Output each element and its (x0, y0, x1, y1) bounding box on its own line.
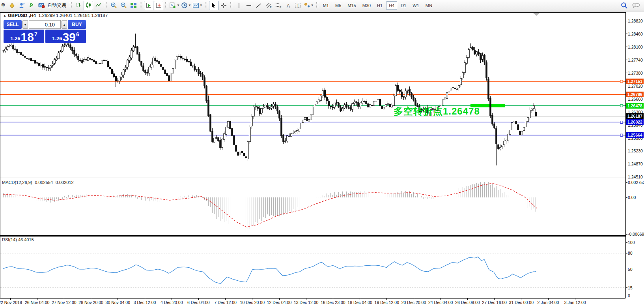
sell-price-pip: 7 (34, 31, 37, 38)
rsi-tick-label: 15 (628, 285, 633, 290)
price-tick-label: 1.28100 (628, 45, 643, 49)
hline-price-badge: 1.25664 (626, 132, 644, 138)
time-tick-label: 28 Nov 20:00 (78, 300, 103, 305)
volume-increase-button[interactable]: ▲ (62, 20, 67, 29)
macd-signal-line (3, 183, 537, 227)
one-click-trading-panel: SELL ▼ 0.10 ▲ BUY 1.26 18 7 1.26 39 6 (3, 20, 86, 43)
time-tick-label: 22 Nov 2018 (0, 300, 22, 305)
time-tick-label: 4 Dec 20:00 (161, 300, 183, 305)
time-tick-label: 20 Dec 20:00 (401, 300, 426, 305)
sell-price-prefix: 1.26 (10, 36, 20, 41)
time-tick-label: 31 Dec 00:00 (509, 300, 534, 305)
rsi-tick-label: 0 (628, 293, 630, 298)
time-tick-label: 2 Jan 04:00 (538, 300, 559, 305)
price-tick-label: 1.24510 (628, 175, 643, 179)
macd-tick-label: 0.00 (628, 195, 636, 200)
time-tick-label: 13 Dec 12:00 (294, 300, 318, 305)
time-tick-label: 7 Dec 12:00 (214, 300, 237, 305)
buy-price-display[interactable]: 1.26 39 6 (45, 30, 86, 43)
mt4-terminal: { "toolbar": { "left_fragment": "单", "au… (0, 0, 644, 306)
volume-decrease-button[interactable]: ▼ (22, 20, 28, 29)
time-tick-label: 10 Dec 20:00 (240, 300, 265, 305)
line-handle[interactable] (620, 80, 623, 83)
hline-price-badge: 1.26478 (626, 103, 644, 109)
price-tick-label: 1.25230 (628, 148, 643, 153)
macd-tick-label: 0.002753 (628, 180, 644, 185)
sell-price-display[interactable]: 1.26 18 7 (4, 30, 44, 43)
line-handle[interactable] (620, 105, 623, 107)
current-price-badge: 1.26187 (626, 113, 644, 119)
collapse-panel-icon[interactable]: ▲ (3, 14, 6, 17)
time-tick-label: 27 Dec 16:00 (482, 300, 506, 305)
time-tick-label: 24 Dec 04:00 (428, 300, 453, 305)
hline-price-badge: 1.27151 (626, 79, 644, 84)
sell-price-main: 18 (21, 32, 34, 43)
buy-button[interactable]: BUY (68, 20, 86, 29)
time-tick-label: 26 Nov 04:00 (25, 300, 49, 305)
time-tick-label: 16 Dec 23:00 (321, 300, 345, 305)
ohlc-values: 1.26299 1.26401 1.26181 1.26187 (38, 13, 108, 18)
macd-histogram (4, 182, 536, 232)
chart-canvas[interactable] (0, 0, 644, 306)
price-tick-label: 1.24870 (628, 161, 643, 166)
price-tick-label: 1.26660 (628, 97, 643, 101)
price-tick-label: 1.27020 (628, 84, 643, 88)
line-handle[interactable] (620, 121, 623, 123)
time-tick-label: 12 Dec 04:00 (267, 300, 291, 305)
volume-input[interactable]: 0.10 (29, 20, 61, 29)
macd-indicator-header: MACD(12,26,9) -0.002554 -0.002012 (2, 180, 74, 185)
time-tick-label: 27 Nov 12:00 (52, 300, 76, 305)
symbol-period: GBPUSD-,H4 (8, 13, 36, 18)
time-tick-label: 3 Jan 12:00 (564, 300, 586, 305)
price-tick-label: 1.27380 (628, 71, 643, 75)
time-tick-label: 19 Dec 12:00 (375, 300, 399, 305)
time-tick-label: 30 Nov 04:00 (106, 300, 130, 305)
rsi-indicator-header: RSI(14) 46.4015 (2, 237, 34, 242)
buy-price-main: 39 (63, 32, 76, 43)
chart-shift-marker-icon[interactable] (533, 13, 539, 16)
macd-tick-label: -0.006699 (628, 232, 644, 237)
price-tick-label: 1.27740 (628, 58, 643, 62)
rsi-tick-label: 100 (628, 240, 635, 245)
buy-price-pip: 6 (76, 31, 79, 38)
price-tick-label: 1.28820 (628, 19, 643, 23)
hline-price-badge: 1.26786 (626, 92, 644, 97)
rsi-tick-label: 80 (628, 251, 633, 255)
time-tick-label: 26 Dec 08:00 (455, 300, 480, 305)
sell-button[interactable]: SELL (4, 20, 22, 29)
buy-price-prefix: 1.26 (52, 36, 62, 41)
price-tick-label: 1.28460 (628, 32, 643, 36)
rsi-line (3, 257, 536, 283)
pivot-annotation-text: 多空转折点1.26478 (394, 105, 480, 118)
rsi-tick-label: 50 (628, 267, 633, 272)
time-tick-label: 3 Dec 12:00 (134, 300, 156, 305)
time-tick-label: 18 Dec 04:00 (347, 300, 372, 305)
time-tick-label: 6 Dec 04:00 (187, 300, 210, 305)
candlestick-series (3, 34, 537, 167)
line-handle[interactable] (620, 134, 623, 136)
hline-price-badge: 1.26022 (626, 119, 644, 125)
chart-title: ▲GBPUSD-,H4 1.26299 1.26401 1.26181 1.26… (3, 13, 108, 18)
